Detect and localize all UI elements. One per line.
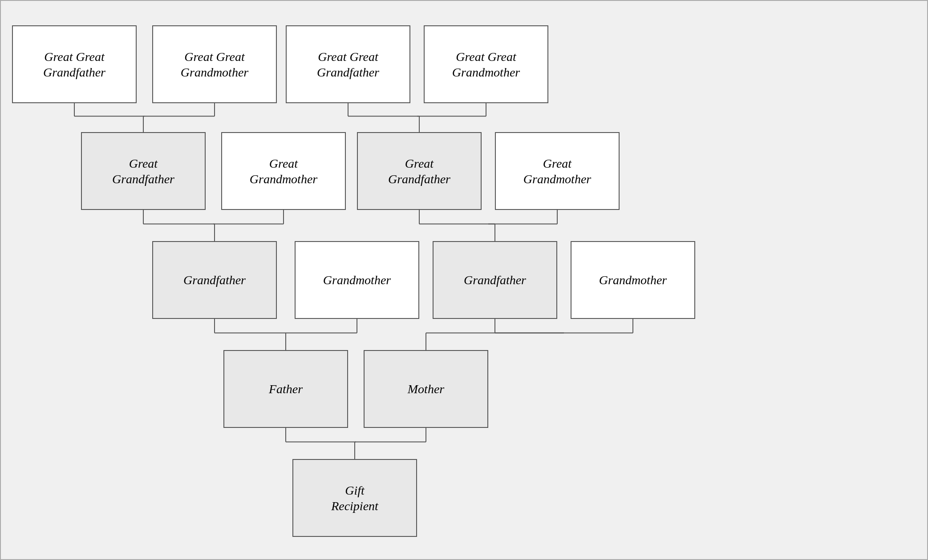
node-ggf2: Great GreatGrandfather [286, 25, 410, 103]
node-gf2: GreatGrandfather [357, 132, 482, 210]
node-grf1: Grandfather [152, 241, 277, 319]
node-ggf1: Great GreatGrandfather [12, 25, 137, 103]
node-grm2: Grandmother [571, 241, 695, 319]
node-gm1: GreatGrandmother [221, 132, 346, 210]
node-recipient: GiftRecipient [292, 459, 417, 537]
node-mother: Mother [364, 350, 488, 428]
node-grm1: Grandmother [295, 241, 419, 319]
node-grf2: Grandfather [433, 241, 557, 319]
node-gm2: GreatGrandmother [495, 132, 620, 210]
node-ggm2: Great GreatGrandmother [424, 25, 548, 103]
node-ggm1: Great GreatGrandmother [152, 25, 277, 103]
node-gf1: GreatGrandfather [81, 132, 206, 210]
node-father: Father [223, 350, 348, 428]
family-tree-chart: Great GreatGrandfatherGreat GreatGrandmo… [0, 0, 928, 560]
